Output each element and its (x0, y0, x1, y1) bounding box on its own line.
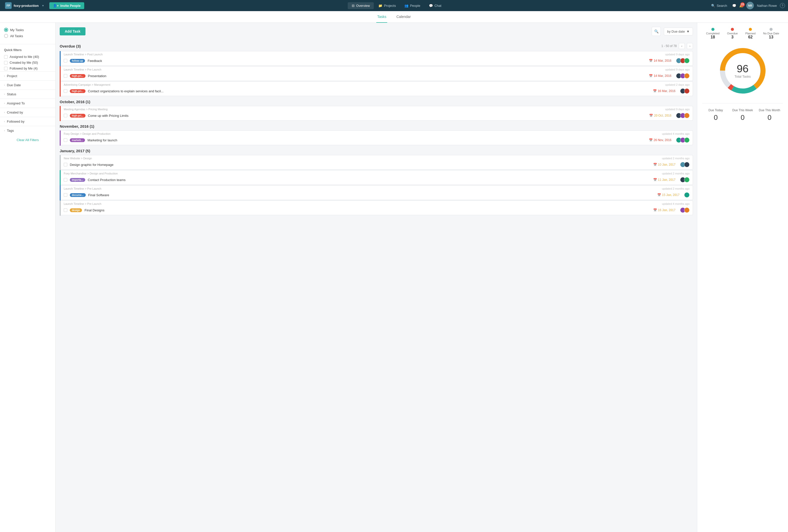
avatar (684, 137, 690, 143)
task-name[interactable]: Presentation (88, 74, 646, 78)
task-toolbar: Add Task 🔍 by Due date ▼ (60, 27, 693, 36)
chevron-right-icon: › (4, 75, 5, 77)
task-checkbox[interactable] (64, 114, 67, 117)
task-updated: updated 4 months ago (662, 132, 690, 135)
prev-page-button[interactable]: ‹ (679, 43, 685, 49)
task-checkbox[interactable] (64, 178, 67, 181)
chevron-right-icon: › (4, 120, 5, 123)
group-title-0: Overdue (3) (60, 44, 81, 48)
stats-row: Completed 18 Overdue 3 Planned 62 No Due… (702, 28, 783, 39)
calendar-icon: 📅 (653, 163, 657, 166)
avatar[interactable]: NR (746, 2, 754, 9)
avatar (684, 207, 690, 213)
task-meta-row: Launch Timeline > Post Launch updated 9 … (61, 51, 693, 56)
content-area: Add Task 🔍 by Due date ▼ Overdue (3)1 - … (56, 23, 697, 532)
task-name[interactable]: Contact organizations to explain service… (88, 89, 650, 93)
due-this-month: Due This Month 0 (756, 109, 783, 122)
filter-group-followed-by[interactable]: › Followed by (0, 117, 55, 126)
next-page-button[interactable]: › (687, 43, 693, 49)
task-path: Foxy Merchandise > Design and Production (64, 172, 118, 175)
tab-calendar[interactable]: Calendar (395, 11, 412, 23)
dot-planned (749, 28, 752, 31)
brand-chevron-icon: ▼ (42, 4, 44, 7)
tab-tasks[interactable]: Tasks (376, 11, 388, 23)
task-avatars (684, 192, 690, 198)
task-group-0: Overdue (3)1 - 50 of 78 ‹ › Launch Timel… (60, 40, 693, 97)
add-task-button[interactable]: Add Task (60, 27, 85, 35)
task-checkbox[interactable] (64, 208, 67, 212)
radio-dot-all-tasks (4, 34, 8, 38)
help-icon[interactable]: ? (780, 3, 785, 8)
task-avatars (680, 207, 690, 213)
filter-assigned-to-me[interactable]: Assigned to Me (40) (0, 54, 55, 60)
sidebar: My Tasks All Tasks Quick filters Assigne… (0, 23, 56, 532)
filter-group-created-by[interactable]: › Created by (0, 108, 55, 117)
task-card: Advertising Campaign > Management update… (60, 81, 693, 97)
task-tag: high-pri... (70, 114, 85, 118)
task-name[interactable]: Come up with Pricing Limits (88, 114, 647, 118)
donut-chart: 96 Total Tasks (717, 45, 768, 96)
avatar (684, 58, 690, 63)
task-checkbox[interactable] (64, 193, 67, 197)
task-card: Foxy Merchandise > Design and Production… (60, 170, 693, 185)
task-name[interactable]: Final Software (88, 193, 655, 197)
task-checkbox[interactable] (64, 59, 67, 62)
task-card: New Website > Design updated 2 months ag… (60, 155, 693, 170)
user-name: Nathan Rowe (757, 4, 777, 7)
nav-item-overview[interactable]: ⊟ Overview (348, 2, 374, 9)
task-avatars (676, 113, 690, 118)
task-card: Launch Timeline > Pre Launch updated 4 m… (60, 200, 693, 216)
search-button[interactable]: 🔍 Search (709, 3, 729, 8)
task-checkbox[interactable] (64, 163, 67, 166)
task-avatars (680, 88, 690, 94)
task-updated: updated 9 days ago (665, 53, 690, 56)
task-name[interactable]: Design graphic for Homepage (70, 163, 651, 166)
task-checkbox[interactable] (64, 89, 67, 93)
due-this-week: Due This Week 0 (729, 109, 756, 122)
nav-item-projects[interactable]: 📁 Projects (374, 2, 400, 9)
task-name[interactable]: Feedback (87, 59, 646, 63)
calendar-icon: 📅 (649, 138, 653, 142)
filter-group-tags[interactable]: › Tags (0, 126, 55, 135)
task-name[interactable]: Final Designs (84, 208, 650, 212)
task-row: marketi...Marketing for launch📅 26 Nov, … (61, 136, 693, 145)
task-name[interactable]: Marketing for launch (87, 138, 646, 142)
stat-planned: Planned 62 (745, 28, 755, 39)
filter-groups: › Project › Due Date › Status › Assigned… (0, 71, 55, 135)
task-checkbox[interactable] (64, 138, 67, 142)
task-inner: New Website > Design updated 2 months ag… (61, 155, 693, 170)
avatar (684, 88, 690, 94)
filter-created-by-me[interactable]: Created by Me (50) (0, 60, 55, 65)
filter-group-status[interactable]: › Status (0, 90, 55, 99)
due-today: Due Today 0 (702, 109, 729, 122)
invite-people-button[interactable]: 👤+ Invite People (49, 2, 84, 9)
filter-group-due-date[interactable]: › Due Date (0, 80, 55, 90)
radio-my-tasks[interactable]: My Tasks (4, 27, 51, 33)
task-due-date: 📅 14 Mar, 2016 (649, 59, 671, 62)
filter-checkbox-created (4, 61, 7, 64)
task-search-button[interactable]: 🔍 (652, 27, 661, 36)
clear-all-filters-button[interactable]: Clear All Filters (0, 135, 55, 145)
task-avatars (676, 137, 690, 143)
task-due-date: 📅 16 Jan, 2017 (653, 208, 675, 212)
nav-item-people[interactable]: 👥 People (400, 2, 424, 9)
task-row: high-pri...Presentation📅 14 Mar, 2016 (61, 72, 693, 81)
sort-dropdown[interactable]: by Due date ▼ (664, 27, 693, 35)
task-card: Meeting Agendas > Pricing Meeting update… (60, 106, 693, 121)
filter-group-assigned-to[interactable]: › Assigned To (0, 99, 55, 108)
main-layout: My Tasks All Tasks Quick filters Assigne… (0, 23, 788, 532)
task-name[interactable]: Contact Production teams (88, 178, 651, 182)
search-icon: 🔍 (654, 29, 658, 33)
nav-brand[interactable]: FP foxy-production ▼ (3, 2, 46, 9)
filter-followed-by-me[interactable]: Followed by Me (4) (0, 65, 55, 71)
comment-icon[interactable]: 💭 (732, 4, 736, 7)
group-header-0: Overdue (3)1 - 50 of 78 ‹ › (60, 40, 693, 51)
notification-bell[interactable]: 🔔 23 (739, 4, 743, 7)
group-title-1: October, 2016 (1) (60, 100, 90, 104)
filter-group-project[interactable]: › Project (0, 71, 55, 80)
filter-checkbox-assigned (4, 55, 7, 59)
radio-all-tasks[interactable]: All Tasks (4, 33, 51, 39)
task-row: Design graphic for Homepage📅 10 Jan, 201… (61, 160, 693, 170)
task-checkbox[interactable] (64, 74, 67, 78)
nav-item-chat[interactable]: 💬 Chat (425, 2, 445, 9)
